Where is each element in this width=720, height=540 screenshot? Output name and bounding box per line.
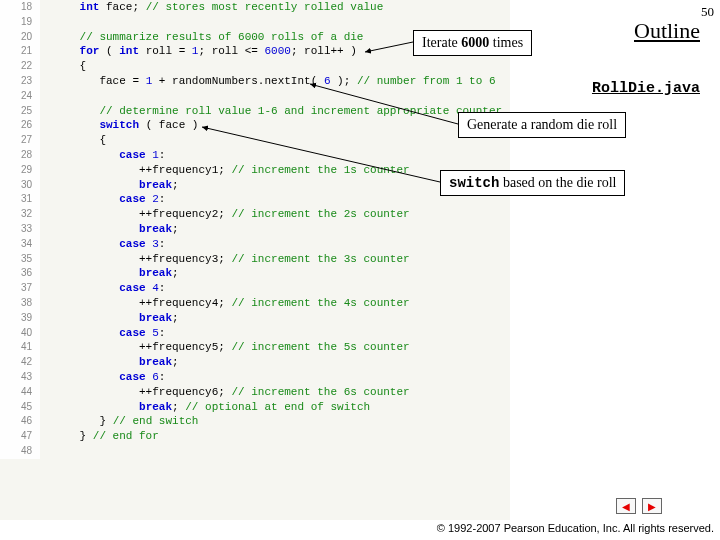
- line-number: 21: [0, 44, 40, 59]
- code-content: break; // optional at end of switch: [40, 400, 370, 415]
- line-number: 36: [0, 266, 40, 281]
- line-number: 45: [0, 400, 40, 415]
- code-content: for ( int roll = 1; roll <= 6000; roll++…: [40, 44, 357, 59]
- line-number: 27: [0, 133, 40, 148]
- code-content: ++frequency1; // increment the 1s counte…: [40, 163, 410, 178]
- callout-iterate: Iterate 6000 times: [413, 30, 532, 56]
- code-line: 38 ++frequency4; // increment the 4s cou…: [0, 296, 510, 311]
- code-content: } // end switch: [40, 414, 198, 429]
- code-content: {: [40, 59, 86, 74]
- line-number: 23: [0, 74, 40, 89]
- code-content: // summarize results of 6000 rolls of a …: [40, 30, 363, 45]
- code-content: break;: [40, 355, 179, 370]
- line-number: 22: [0, 59, 40, 74]
- code-content: ++frequency6; // increment the 6s counte…: [40, 385, 410, 400]
- code-line: 30 break;: [0, 178, 510, 193]
- code-line: 19: [0, 15, 510, 30]
- line-number: 41: [0, 340, 40, 355]
- callout-text: times: [489, 35, 523, 50]
- code-content: int face; // stores most recently rolled…: [40, 0, 383, 15]
- line-number: 47: [0, 429, 40, 444]
- code-line: 32 ++frequency2; // increment the 2s cou…: [0, 207, 510, 222]
- line-number: 34: [0, 237, 40, 252]
- code-line: 42 break;: [0, 355, 510, 370]
- code-line: 43 case 6:: [0, 370, 510, 385]
- line-number: 35: [0, 252, 40, 267]
- code-line: 35 ++frequency3; // increment the 3s cou…: [0, 252, 510, 267]
- code-content: case 6:: [40, 370, 165, 385]
- code-content: break;: [40, 266, 179, 281]
- line-number: 48: [0, 444, 40, 459]
- code-content: } // end for: [40, 429, 159, 444]
- callout-text: Iterate: [422, 35, 461, 50]
- code-line: 47 } // end for: [0, 429, 510, 444]
- line-number: 20: [0, 30, 40, 45]
- callout-switch: switch based on the die roll: [440, 170, 625, 196]
- code-line: 29 ++frequency1; // increment the 1s cou…: [0, 163, 510, 178]
- nav-buttons: ◀ ▶: [616, 498, 662, 514]
- code-line: 46 } // end switch: [0, 414, 510, 429]
- code-line: 27 {: [0, 133, 510, 148]
- code-line: 45 break; // optional at end of switch: [0, 400, 510, 415]
- code-content: case 5:: [40, 326, 165, 341]
- code-line: 40 case 5:: [0, 326, 510, 341]
- code-content: switch ( face ): [40, 118, 198, 133]
- triangle-right-icon: ▶: [648, 501, 656, 512]
- code-line: 31 case 2:: [0, 192, 510, 207]
- line-number: 44: [0, 385, 40, 400]
- code-line: 22 {: [0, 59, 510, 74]
- code-content: face = 1 + randomNumbers.nextInt( 6 ); /…: [40, 74, 496, 89]
- line-number: 18: [0, 0, 40, 15]
- code-line: 34 case 3:: [0, 237, 510, 252]
- code-line: 28 case 1:: [0, 148, 510, 163]
- code-content: case 4:: [40, 281, 165, 296]
- line-number: 26: [0, 118, 40, 133]
- code-content: break;: [40, 222, 179, 237]
- code-content: break;: [40, 178, 179, 193]
- code-line: 41 ++frequency5; // increment the 5s cou…: [0, 340, 510, 355]
- line-number: 42: [0, 355, 40, 370]
- code-line: 26 switch ( face ): [0, 118, 510, 133]
- code-content: ++frequency3; // increment the 3s counte…: [40, 252, 410, 267]
- line-number: 33: [0, 222, 40, 237]
- line-number: 40: [0, 326, 40, 341]
- line-number: 32: [0, 207, 40, 222]
- line-number: 24: [0, 89, 40, 104]
- outline-link[interactable]: Outline: [634, 18, 700, 44]
- line-number: 43: [0, 370, 40, 385]
- line-number: 31: [0, 192, 40, 207]
- line-number: 28: [0, 148, 40, 163]
- callout-random: Generate a random die roll: [458, 112, 626, 138]
- line-number: 37: [0, 281, 40, 296]
- prev-button[interactable]: ◀: [616, 498, 636, 514]
- code-content: {: [40, 133, 106, 148]
- code-line: 33 break;: [0, 222, 510, 237]
- triangle-left-icon: ◀: [622, 501, 630, 512]
- line-number: 30: [0, 178, 40, 193]
- line-number: 29: [0, 163, 40, 178]
- code-line: 48: [0, 444, 510, 459]
- code-content: case 3:: [40, 237, 165, 252]
- file-name: RollDie.java: [592, 80, 700, 97]
- code-line: 25 // determine roll value 1-6 and incre…: [0, 104, 510, 119]
- code-line: 44 ++frequency6; // increment the 6s cou…: [0, 385, 510, 400]
- line-number: 25: [0, 104, 40, 119]
- line-number: 39: [0, 311, 40, 326]
- code-content: case 1:: [40, 148, 165, 163]
- footer-copyright: © 1992-2007 Pearson Education, Inc. All …: [437, 522, 714, 534]
- code-line: 23 face = 1 + randomNumbers.nextInt( 6 )…: [0, 74, 510, 89]
- code-line: 36 break;: [0, 266, 510, 281]
- next-button[interactable]: ▶: [642, 498, 662, 514]
- line-number: 38: [0, 296, 40, 311]
- code-line: 24: [0, 89, 510, 104]
- callout-text: based on the die roll: [499, 175, 616, 190]
- line-number: 46: [0, 414, 40, 429]
- callout-bold: 6000: [461, 35, 489, 50]
- code-line: 39 break;: [0, 311, 510, 326]
- page-number: 50: [701, 4, 714, 20]
- line-number: 19: [0, 15, 40, 30]
- code-content: ++frequency2; // increment the 2s counte…: [40, 207, 410, 222]
- code-editor: 18 int face; // stores most recently rol…: [0, 0, 510, 520]
- code-content: case 2:: [40, 192, 165, 207]
- code-line: 18 int face; // stores most recently rol…: [0, 0, 510, 15]
